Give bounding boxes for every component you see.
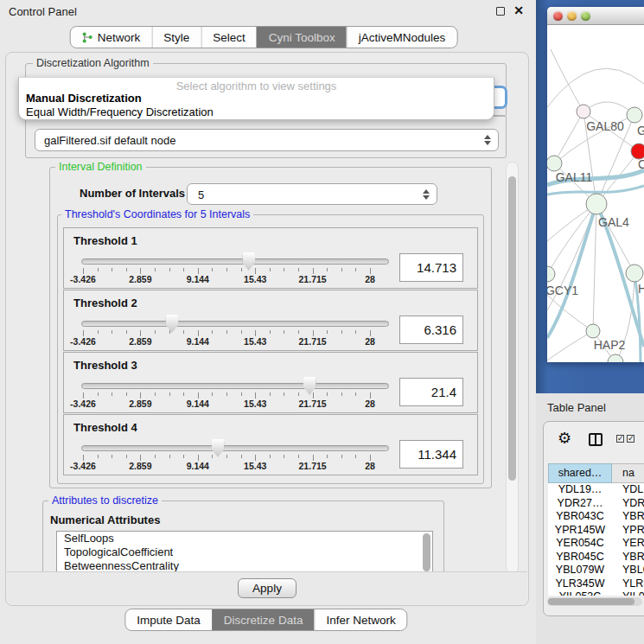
tab-impute-data[interactable]: Impute Data xyxy=(125,609,212,630)
table-row[interactable]: YDL19… YDL1 xyxy=(548,483,644,497)
numerical-attributes-list: SelfLoops TopologicalCoefficient Between… xyxy=(56,531,433,572)
number-of-intervals-label: Number of Intervals xyxy=(80,187,185,200)
apply-button[interactable]: Apply xyxy=(238,578,296,598)
dropdown-placeholder: Select algorithm to view settings xyxy=(19,78,494,92)
settings-scrollbar[interactable] xyxy=(506,162,519,574)
scrollbar-thumb[interactable] xyxy=(508,176,516,481)
table-row[interactable]: YPR145W YPR1 xyxy=(548,524,644,538)
node-label-gal4: GAL4 xyxy=(598,215,629,229)
table-row[interactable]: YER054C YER0 xyxy=(548,537,644,551)
node-gal4[interactable] xyxy=(586,194,607,214)
algorithm-dropdown-list: Select algorithm to view settings Manual… xyxy=(18,77,494,120)
threshold-panel: Threshold 2 -3.4262.8599.14415.4321.7152… xyxy=(63,290,478,351)
table-data-group: Table Data galFiltered.sif default node xyxy=(25,115,507,158)
node-gal11[interactable] xyxy=(547,156,562,171)
table-row[interactable]: YIL053C YIL0 xyxy=(548,590,644,596)
network-view-window[interactable]: GAL80 GA C GAL11 GAL4 GCY1 H HAP2 xyxy=(547,7,644,362)
minimize-traffic-light-icon[interactable] xyxy=(567,11,577,21)
table-row[interactable]: YBR043C YBR0 xyxy=(548,510,644,524)
select-columns-icon[interactable]: ✓ ✓ xyxy=(616,435,634,443)
columns-icon[interactable] xyxy=(589,433,603,446)
tab-select[interactable]: Select xyxy=(201,27,257,48)
table-cell-name: YDR2 xyxy=(612,497,644,511)
table-cell-shared-name: YER054C xyxy=(548,537,612,551)
combobox-value: 5 xyxy=(198,188,204,201)
table-cell-shared-name: YIL053C xyxy=(548,590,612,596)
tab-infer-network[interactable]: Infer Network xyxy=(314,609,406,630)
node-label-partial-low: H xyxy=(638,282,644,296)
tab-label: Discretize Data xyxy=(224,614,303,627)
checkbox-icon: ✓ xyxy=(627,435,634,443)
node-label-hap2: HAP2 xyxy=(594,338,626,352)
node-gcy1[interactable] xyxy=(547,266,555,282)
threshold-panel: Threshold 3 -3.4262.8599.14415.4321.7152… xyxy=(63,352,478,413)
network-canvas[interactable]: GAL80 GA C GAL11 GAL4 GCY1 H HAP2 xyxy=(547,25,644,362)
table-row[interactable]: YDR27… YDR2 xyxy=(548,497,644,511)
gear-icon[interactable]: ⚙ xyxy=(558,429,571,448)
table-cell-name: YIL0 xyxy=(612,590,644,596)
tab-label: Cyni Toolbox xyxy=(269,31,335,44)
node-partial-top-right[interactable] xyxy=(627,107,642,123)
tab-label: Select xyxy=(213,31,245,44)
tab-label: Style xyxy=(163,31,189,44)
attribute-list-item[interactable]: TopologicalCoefficient xyxy=(57,545,432,559)
threshold-value-field[interactable]: 14.713 xyxy=(399,253,463,282)
node-partial-low-right[interactable] xyxy=(626,265,643,282)
table-row[interactable]: YBL079W YBL0 xyxy=(548,564,644,577)
table-cell-shared-name: YDL19… xyxy=(548,483,612,497)
desktop-background: GAL80 GA C GAL11 GAL4 GCY1 H HAP2 xyxy=(536,0,644,393)
table-cell-shared-name: YBR045C xyxy=(548,551,612,564)
combobox-stepper-icon xyxy=(483,135,490,145)
table-cell-name: YER0 xyxy=(612,537,644,551)
combobox-stepper-icon xyxy=(422,189,429,200)
table-row[interactable]: YBR045C YBR0 xyxy=(548,551,644,564)
checkbox-icon: ✓ xyxy=(616,435,624,443)
slider-thumb[interactable] xyxy=(165,315,178,333)
table-cell-shared-name: YBR043C xyxy=(548,510,612,524)
threshold-value-field[interactable]: 6.316 xyxy=(399,316,463,344)
column-header-shared-name[interactable]: shared… xyxy=(548,463,612,483)
threshold-value-field[interactable]: 21.4 xyxy=(399,378,463,406)
node-hap2[interactable] xyxy=(586,324,600,338)
node-label-partial-mid: C xyxy=(638,157,644,171)
table-data-combobox[interactable]: galFiltered.sif default node xyxy=(35,129,499,151)
zoom-traffic-light-icon[interactable] xyxy=(581,11,590,21)
table-panel-box: ⚙ ✓ ✓ shared… na YDL19… YDL1 YDR27… YDR2 xyxy=(543,421,644,616)
tab-discretize-data[interactable]: Discretize Data xyxy=(212,609,315,630)
float-window-icon[interactable] xyxy=(496,7,505,16)
group-title: Interval Definition xyxy=(55,162,146,173)
table-cell-shared-name: YDR27… xyxy=(548,497,612,511)
tab-network[interactable]: Network xyxy=(71,27,152,48)
table-cell-shared-name: YPR145W xyxy=(548,524,612,538)
close-traffic-light-icon[interactable] xyxy=(553,11,563,21)
slider-thumb[interactable] xyxy=(303,377,316,395)
attribute-list-item[interactable]: SelfLoops xyxy=(57,532,432,545)
attribute-list-item[interactable]: BetweennessCentrality xyxy=(57,559,432,572)
column-header-name[interactable]: na xyxy=(612,463,644,483)
table-cell-name: YLR3 xyxy=(612,577,644,591)
tab-label: jActiveMNodules xyxy=(359,31,446,44)
tab-cyni-toolbox[interactable]: Cyni Toolbox xyxy=(257,27,347,48)
table-horizontal-scrollbar[interactable] xyxy=(547,597,642,606)
threshold-value-field[interactable]: 11.344 xyxy=(399,440,463,469)
table-rows: YDL19… YDL1 YDR27… YDR2 YBR043C YBR0 YPR… xyxy=(548,483,644,596)
node-label-gal80: GAL80 xyxy=(586,119,624,133)
tab-jactivemnodules[interactable]: jActiveMNodules xyxy=(347,27,457,48)
dropdown-option-equal-width[interactable]: Equal Width/Frequency Discretization xyxy=(19,105,494,119)
thresholds-group: Threshold's Coordinates for 5 Intervals … xyxy=(57,214,484,484)
network-window-titlebar xyxy=(547,7,644,25)
tab-style[interactable]: Style xyxy=(151,27,201,48)
node-gal80[interactable] xyxy=(577,105,590,118)
bottom-tab-bar: Impute Data Discretize Data Infer Networ… xyxy=(124,609,407,631)
dropdown-option-manual[interactable]: Manual Discretization xyxy=(19,92,494,105)
number-of-intervals-combobox[interactable]: 5 xyxy=(187,183,437,205)
close-icon[interactable]: ✕ xyxy=(513,3,524,17)
scrollbar-thumb[interactable] xyxy=(548,598,634,605)
list-scrollbar[interactable] xyxy=(423,533,430,571)
slider-thumb[interactable] xyxy=(242,252,255,271)
table-cell-shared-name: YLR345W xyxy=(548,577,612,591)
slider-thumb[interactable] xyxy=(212,439,225,457)
table-header-row: shared… na xyxy=(548,463,644,483)
table-row[interactable]: YLR345W YLR3 xyxy=(548,577,644,591)
numerical-attributes-label: Numerical Attributes xyxy=(50,513,160,526)
